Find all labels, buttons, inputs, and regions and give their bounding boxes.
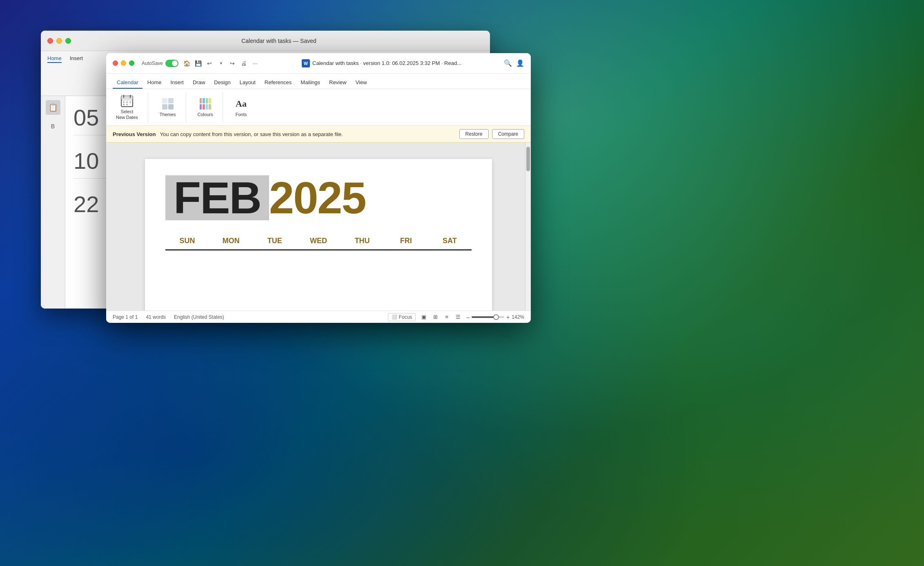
prev-version-label: Previous Version bbox=[113, 131, 156, 137]
tl-maximize[interactable] bbox=[129, 60, 134, 66]
day-tue: TUE bbox=[253, 233, 296, 251]
focus-label: Focus bbox=[399, 314, 412, 320]
day-sat: SAT bbox=[428, 233, 472, 251]
undo-icon[interactable]: ↩ bbox=[205, 59, 214, 67]
tab-layout[interactable]: Layout bbox=[236, 77, 260, 89]
zoom-slider-thumb[interactable] bbox=[493, 314, 499, 320]
themes-icon bbox=[161, 97, 174, 110]
title-center: W Calendar with tasks · version 1.0: 06.… bbox=[263, 59, 500, 67]
autosave-group: AutoSave bbox=[142, 60, 178, 67]
more-icon[interactable]: ··· bbox=[251, 59, 259, 67]
zoom-slider-fill bbox=[472, 316, 496, 318]
view-icon-print[interactable]: ▣ bbox=[420, 313, 428, 321]
bg-tab-home[interactable]: Home bbox=[47, 54, 62, 63]
ribbon-group-calendar: Select New Dates bbox=[113, 92, 148, 122]
restore-button[interactable]: Restore bbox=[459, 129, 489, 139]
zoom-level: 142% bbox=[512, 314, 524, 320]
vertical-scrollbar[interactable] bbox=[525, 143, 531, 311]
ribbon-group-fonts: Aa Fonts bbox=[231, 92, 257, 122]
autosave-label: AutoSave bbox=[142, 60, 163, 66]
undo-dropdown-icon[interactable]: ▾ bbox=[217, 59, 225, 67]
autosave-toggle[interactable] bbox=[165, 60, 178, 67]
themes-label: Themes bbox=[160, 112, 176, 117]
calendar-month: FEB bbox=[165, 175, 269, 220]
ribbon-content: Select New Dates Themes bbox=[106, 89, 531, 126]
focus-button[interactable]: ⬜ Focus bbox=[388, 313, 416, 321]
share-icon[interactable]: 👤 bbox=[516, 59, 524, 67]
select-new-dates-label: Select New Dates bbox=[116, 109, 138, 120]
save-icon[interactable]: 💾 bbox=[194, 59, 202, 67]
zoom-control: – + 142% bbox=[466, 314, 524, 320]
tab-review[interactable]: Review bbox=[325, 77, 351, 89]
tab-draw[interactable]: Draw bbox=[189, 77, 209, 89]
bg-tab-insert[interactable]: Insert bbox=[70, 54, 83, 63]
print-icon[interactable]: 🖨 bbox=[240, 59, 248, 67]
language: English (United States) bbox=[174, 314, 224, 320]
fonts-button[interactable]: Aa Fonts bbox=[231, 96, 251, 119]
bg-sidebar-icon2: B bbox=[51, 123, 55, 130]
home-icon[interactable]: 🏠 bbox=[183, 59, 191, 67]
day-mon: MON bbox=[209, 233, 253, 251]
title-right-icons: 🔍 👤 bbox=[504, 59, 524, 67]
view-icon-web[interactable]: ⊞ bbox=[431, 313, 439, 321]
bg-title-text: Calendar with tasks — Saved bbox=[241, 38, 316, 44]
bg-tl-red[interactable] bbox=[47, 38, 53, 44]
tl-close[interactable] bbox=[113, 60, 118, 66]
word-count: 41 words bbox=[146, 314, 166, 320]
fonts-label: Fonts bbox=[236, 112, 247, 117]
colours-label: Colours bbox=[198, 112, 213, 117]
document-area: FEB 2025 SUN MON TUE WED THU FRI SAT bbox=[106, 143, 531, 311]
redo-icon[interactable]: ↪ bbox=[228, 59, 236, 67]
prev-version-actions: Restore Compare bbox=[459, 129, 524, 139]
zoom-slider[interactable] bbox=[472, 316, 504, 318]
zoom-minus[interactable]: – bbox=[466, 314, 470, 320]
tab-mailings[interactable]: Mailings bbox=[296, 77, 324, 89]
svg-rect-1 bbox=[121, 96, 133, 99]
status-bar: Page 1 of 1 41 words English (United Sta… bbox=[106, 311, 531, 323]
calendar-year: 2025 bbox=[269, 175, 366, 220]
prev-version-message: You can copy content from this version, … bbox=[160, 131, 343, 137]
compare-button[interactable]: Compare bbox=[492, 129, 524, 139]
zoom-plus[interactable]: + bbox=[506, 314, 510, 320]
tab-view[interactable]: View bbox=[352, 77, 371, 89]
tab-references[interactable]: References bbox=[261, 77, 296, 89]
day-thu: THU bbox=[341, 233, 384, 251]
status-right: ⬜ Focus ▣ ⊞ ≡ ☰ – + 142% bbox=[388, 313, 524, 321]
previous-version-bar: Previous Version You can copy content fr… bbox=[106, 126, 531, 143]
tab-home[interactable]: Home bbox=[143, 77, 166, 89]
titlebar: AutoSave 🏠 💾 ↩ ▾ ↪ 🖨 ··· W Calendar with… bbox=[106, 53, 531, 74]
tab-design[interactable]: Design bbox=[210, 77, 234, 89]
day-fri: FRI bbox=[384, 233, 428, 251]
document-page: FEB 2025 SUN MON TUE WED THU FRI SAT bbox=[145, 159, 492, 311]
page-info: Page 1 of 1 bbox=[113, 314, 138, 320]
traffic-lights bbox=[113, 60, 134, 66]
word-icon: W bbox=[302, 59, 310, 67]
tl-minimize[interactable] bbox=[121, 60, 126, 66]
search-icon[interactable]: 🔍 bbox=[504, 59, 512, 67]
svg-rect-8 bbox=[123, 104, 125, 105]
view-icon-outline[interactable]: ≡ bbox=[443, 313, 451, 321]
day-sun: SUN bbox=[165, 233, 209, 251]
main-word-window: AutoSave 🏠 💾 ↩ ▾ ↪ 🖨 ··· W Calendar with… bbox=[106, 53, 531, 323]
bg-tl-green[interactable] bbox=[65, 38, 71, 44]
bg-tl-yellow[interactable] bbox=[56, 38, 62, 44]
select-new-dates-button[interactable]: Select New Dates bbox=[113, 93, 141, 121]
focus-icon: ⬜ bbox=[392, 314, 397, 320]
titlebar-icons: 🏠 💾 ↩ ▾ ↪ 🖨 ··· bbox=[183, 59, 259, 67]
themes-button[interactable]: Themes bbox=[156, 96, 179, 119]
scrollbar-thumb[interactable] bbox=[526, 147, 530, 171]
tab-insert[interactable]: Insert bbox=[166, 77, 188, 89]
ribbon-tabs: Calendar Home Insert Draw Design Layout … bbox=[106, 74, 531, 89]
colours-button[interactable]: Colours bbox=[194, 96, 216, 119]
bg-sidebar-icon1: 📋 bbox=[46, 100, 60, 115]
calendar-icon bbox=[120, 94, 134, 107]
svg-rect-6 bbox=[126, 101, 128, 103]
view-icons: ▣ ⊞ ≡ ☰ bbox=[420, 313, 462, 321]
calendar-days-row: SUN MON TUE WED THU FRI SAT bbox=[165, 233, 472, 251]
calendar-header: FEB 2025 bbox=[165, 175, 472, 220]
bg-sidebar: 📋 B bbox=[41, 96, 65, 309]
document-title: Calendar with tasks · version 1.0: 06.02… bbox=[312, 60, 461, 66]
view-icon-draft[interactable]: ☰ bbox=[454, 313, 462, 321]
tab-calendar[interactable]: Calendar bbox=[113, 77, 142, 89]
colours-icon bbox=[199, 97, 212, 110]
